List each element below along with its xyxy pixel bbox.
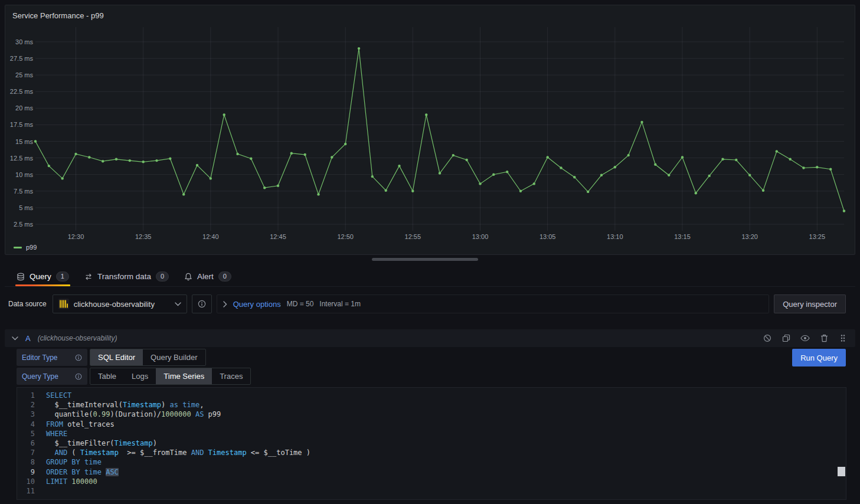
timeseries-chart[interactable]: 12:3012:3512:4012:4512:5012:5513:0013:05…: [5, 25, 855, 245]
data-point: [115, 158, 117, 161]
tab-transform-count-badge: 0: [156, 271, 169, 282]
query-type-button-group: TableLogsTime SeriesTraces: [90, 368, 251, 385]
p99-series-line: [35, 48, 844, 211]
code-line-2[interactable]: 2 $__timeInterval(Timestamp) as time,: [17, 400, 846, 410]
x-axis-label: 13:05: [539, 233, 556, 240]
data-point: [48, 165, 50, 167]
y-axis-label: 10 ms: [15, 171, 33, 178]
line-content: WHERE: [35, 429, 67, 438]
code-line-9[interactable]: 9ORDER BY time ASC: [17, 467, 846, 477]
line-content: GROUP BY time: [35, 457, 102, 467]
run-query-button[interactable]: Run Query: [792, 349, 846, 366]
data-point: [196, 164, 198, 166]
data-point: [452, 154, 454, 156]
data-point: [385, 189, 387, 192]
code-line-11[interactable]: 11: [17, 486, 846, 496]
x-axis-label: 12:45: [270, 233, 286, 240]
query-row-header[interactable]: A (clickhouse-observability): [5, 329, 855, 347]
y-axis-label: 17.5 ms: [10, 121, 34, 128]
data-point: [762, 189, 764, 192]
line-number: 3: [17, 410, 35, 419]
line-number: 2: [17, 400, 35, 410]
tab-transform-data[interactable]: Transform data 0: [82, 267, 171, 286]
editor-type-option-sql-editor[interactable]: SQL Editor: [90, 349, 143, 365]
info-circle-icon: [198, 300, 206, 308]
data-point: [492, 174, 495, 176]
collapse-chevron-icon[interactable]: [12, 336, 18, 341]
datasource-bar: Data source clickhouse-observability Que…: [5, 294, 855, 313]
data-point: [479, 182, 481, 185]
disable-query-icon[interactable]: [762, 333, 773, 343]
data-point: [547, 156, 549, 158]
data-point: [102, 160, 104, 162]
code-line-10[interactable]: 10LIMIT 100000: [17, 477, 846, 486]
data-point: [129, 159, 131, 162]
code-line-5[interactable]: 5WHERE: [17, 429, 846, 438]
data-point: [681, 156, 684, 158]
horizontal-scrollbar-thumb[interactable]: [372, 258, 478, 261]
data-point: [371, 175, 374, 178]
query-type-option-time-series[interactable]: Time Series: [156, 368, 212, 384]
info-circle-icon[interactable]: [75, 373, 82, 380]
query-type-option-table[interactable]: Table: [90, 368, 124, 384]
code-line-7[interactable]: 7 AND ( Timestamp >= $__fromTime AND Tim…: [17, 448, 846, 457]
data-point: [506, 171, 508, 173]
code-line-3[interactable]: 3 quantile(0.99)(Duration)/1000000 AS p9…: [17, 410, 846, 419]
legend-series-label[interactable]: p99: [26, 244, 37, 251]
query-type-option-logs[interactable]: Logs: [124, 368, 156, 384]
datasource-help-button[interactable]: [192, 294, 212, 313]
interval-value: Interval = 1m: [319, 300, 361, 308]
query-options-link[interactable]: Query options: [233, 300, 281, 309]
x-axis-label: 13:10: [607, 233, 623, 240]
query-type-label-chip: Query Type: [17, 368, 87, 385]
data-point: [695, 192, 697, 194]
y-axis-label: 30 ms: [15, 38, 33, 45]
data-point: [236, 153, 238, 155]
data-point: [560, 166, 562, 169]
data-point: [411, 190, 414, 192]
database-icon: [17, 273, 25, 281]
code-line-4[interactable]: 4FROM otel_traces: [17, 420, 846, 429]
code-line-6[interactable]: 6 $__timeFilter(Timestamp): [17, 438, 846, 448]
line-content: [35, 486, 46, 496]
hide-response-icon[interactable]: [800, 333, 810, 343]
query-options-section[interactable]: Query options MD = 50 Interval = 1m: [217, 294, 770, 313]
query-datasource-hint: (clickhouse-observability): [38, 334, 117, 342]
code-line-8[interactable]: 8GROUP BY time: [17, 457, 846, 467]
tab-alert[interactable]: Alert 0: [182, 267, 234, 286]
editor-type-option-query-builder[interactable]: Query Builder: [143, 349, 205, 365]
chevron-down-icon: [175, 302, 181, 306]
chart-legend: p99: [5, 244, 855, 251]
info-circle-icon[interactable]: [75, 354, 82, 361]
query-type-option-traces[interactable]: Traces: [212, 368, 250, 384]
data-source-label: Data source: [8, 300, 47, 308]
x-axis-label: 12:35: [135, 233, 152, 240]
data-point: [748, 174, 751, 176]
x-axis-label: 12:40: [202, 233, 219, 240]
data-point: [317, 193, 319, 195]
data-point: [614, 166, 616, 168]
data-point: [88, 156, 90, 158]
data-point: [425, 113, 427, 116]
y-axis-label: 12.5 ms: [10, 155, 34, 162]
editor-overview-cursor: [838, 467, 845, 476]
editor-type-label: Editor Type: [22, 354, 57, 362]
line-content: quantile(0.99)(Duration)/1000000 AS p99: [35, 410, 221, 419]
delete-query-icon[interactable]: [819, 333, 829, 343]
data-point: [358, 47, 360, 50]
query-ref-id[interactable]: A: [25, 334, 31, 343]
drag-handle-icon[interactable]: [838, 333, 848, 343]
line-number: 9: [17, 467, 35, 477]
code-line-1[interactable]: 1SELECT: [17, 391, 846, 400]
line-content: $__timeInterval(Timestamp) as time,: [35, 400, 204, 410]
sql-editor[interactable]: 1SELECT2 $__timeInterval(Timestamp) as t…: [17, 387, 846, 500]
data-source-picker[interactable]: clickhouse-observability: [53, 294, 187, 313]
panel-title[interactable]: Service Performance - p99: [5, 5, 855, 25]
duplicate-query-icon[interactable]: [781, 333, 792, 343]
query-inspector-button[interactable]: Query inspector: [774, 294, 846, 313]
clickhouse-logo-icon: [58, 299, 69, 309]
data-point: [816, 166, 818, 168]
tab-query[interactable]: Query 1: [14, 267, 71, 286]
line-number: 1: [17, 391, 35, 400]
tab-alert-label: Alert: [197, 272, 214, 281]
